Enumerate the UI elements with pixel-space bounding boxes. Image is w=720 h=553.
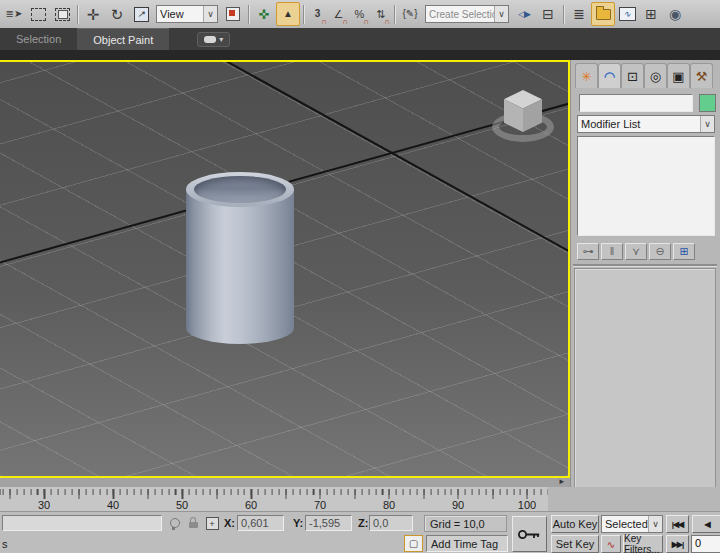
z-coordinate-label: Z: <box>358 517 368 529</box>
set-key-button[interactable]: Set Key <box>551 535 599 553</box>
motion-tab-icon[interactable]: ◎ <box>644 63 667 88</box>
maxscript-mini-listener[interactable] <box>2 515 162 531</box>
track-bar-ruler[interactable]: 30405060708090100 <box>0 487 548 511</box>
ribbon-tab-bar: Selection Object Paint ▾ <box>0 28 720 50</box>
status-bar: + X: 0,601 Y: -1,595 Z: 0,0 Grid = 10,0 … <box>0 511 720 553</box>
ribbon-tab-object-paint[interactable]: Object Paint <box>77 28 169 50</box>
3dsmax-window: ≣➤ ✛ ↻ ↗ View ∨ ✜ ▲ 3∩ ∠∩ %∩ ⇅∩ {✎} Crea… <box>0 0 720 553</box>
selection-set-dropdown[interactable]: Selected ∨ <box>601 515 663 533</box>
magnet-icon: ∩ <box>342 18 348 26</box>
scale-shape-icon: ↗ <box>134 7 149 22</box>
command-panel-tabs: ✳ ◠ ⊡ ◎ ▣ ⚒ <box>575 63 713 88</box>
modifier-list-dropdown[interactable]: Modifier List ∨ <box>577 115 715 133</box>
default-tangent-button[interactable]: ∿ <box>601 535 621 553</box>
prompt-line: s <box>2 538 8 550</box>
toolbar-separator <box>394 5 395 24</box>
select-and-manipulate-icon[interactable]: ✜ <box>252 2 276 26</box>
time-tag-icon-button[interactable]: ▢ <box>404 535 423 552</box>
select-by-name-icon[interactable]: ≣➤ <box>2 2 26 26</box>
previous-frame-button[interactable]: ◀ <box>692 515 720 533</box>
layer-manager-icon[interactable]: ≣ <box>567 2 591 26</box>
named-selection-sets-dropdown[interactable]: Create Selection Se ∨ <box>425 5 509 23</box>
ruler-frame-label: 90 <box>452 499 464 511</box>
marquee-cube-shape-icon <box>55 8 70 21</box>
ruler-right-filler <box>548 487 720 511</box>
spinner-snap-toggle-icon[interactable]: ⇅∩ <box>370 2 391 26</box>
perspective-viewport[interactable] <box>0 60 570 478</box>
y-coordinate-field[interactable]: -1,595 <box>305 515 352 531</box>
create-tab-icon[interactable]: ✳ <box>575 63 598 88</box>
snap-number: 3 <box>315 9 321 19</box>
show-end-result-button[interactable]: ‖ <box>601 243 623 260</box>
object-name-field[interactable] <box>579 94 693 112</box>
x-coordinate-label: X: <box>224 517 235 529</box>
percent-snap-toggle-icon[interactable]: %∩ <box>349 2 370 26</box>
ruler-frame-label: 40 <box>107 499 119 511</box>
select-and-move-icon[interactable]: ✛ <box>81 2 105 26</box>
modifier-stack[interactable] <box>577 136 715 236</box>
key-filters-button[interactable]: Key Filters... <box>623 535 663 553</box>
material-editor-icon[interactable]: ◉ <box>663 2 687 26</box>
display-tab-icon[interactable]: ▣ <box>667 63 690 88</box>
main-toolbar: ≣➤ ✛ ↻ ↗ View ∨ ✜ ▲ 3∩ ∠∩ %∩ ⇅∩ {✎} Crea… <box>0 0 720 28</box>
status-row-1: + X: 0,601 Y: -1,595 Z: 0,0 Grid = 10,0 … <box>0 514 720 534</box>
reference-coordinate-system-dropdown[interactable]: View ∨ <box>156 5 218 23</box>
panel-divider <box>573 264 717 266</box>
ribbon-collapsed-body <box>0 50 720 60</box>
schematic-view-icon[interactable]: ⊞ <box>639 2 663 26</box>
rollout-area <box>574 268 716 506</box>
named-selection-sets-placeholder: Create Selection Se <box>426 9 494 20</box>
ruler-frame-label: 50 <box>176 499 188 511</box>
mirror-icon[interactable]: ◁▶ <box>512 2 536 26</box>
current-frame-field[interactable]: 0 <box>691 535 720 553</box>
auto-key-button[interactable]: Auto Key <box>551 515 599 533</box>
grid-setting-readout: Grid = 10,0 <box>424 515 507 532</box>
absolute-offset-mode-icon[interactable]: + <box>205 516 219 531</box>
pin-stack-button[interactable]: ⊶ <box>577 243 599 260</box>
hierarchy-tab-icon[interactable]: ⊡ <box>621 63 644 88</box>
ruler-frame-label: 30 <box>38 499 50 511</box>
folder-icon <box>596 9 611 20</box>
tube-object[interactable] <box>186 172 294 344</box>
x-coordinate-field[interactable]: 0,601 <box>237 515 284 531</box>
key-mode-toggle-button[interactable]: ▶▶| <box>666 535 689 553</box>
reference-coordinate-system-value: View <box>157 8 203 20</box>
z-coordinate-field[interactable]: 0,0 <box>369 515 413 531</box>
magnet-icon: ∩ <box>384 18 390 26</box>
ribbon-minimize-button[interactable]: ▾ <box>197 32 230 47</box>
select-and-scale-icon[interactable]: ↗ <box>129 2 153 26</box>
make-unique-button[interactable]: ⋎ <box>625 243 647 260</box>
configure-modifier-sets-button[interactable]: ⊞ <box>673 243 695 260</box>
select-and-rotate-icon[interactable]: ↻ <box>105 2 129 26</box>
rectangular-selection-region-icon[interactable] <box>26 2 50 26</box>
ruler-frame-label: 80 <box>383 499 395 511</box>
use-pivot-point-center-icon[interactable] <box>221 2 245 26</box>
snaps-toggle-3d-icon[interactable]: 3∩ <box>307 2 328 26</box>
window-crossing-toggle-icon[interactable] <box>50 2 74 26</box>
edit-named-selection-sets-icon[interactable]: {✎} <box>398 2 422 26</box>
remove-modifier-button[interactable]: ⊖ <box>649 243 671 260</box>
curve-window-icon: ∿ <box>619 7 636 21</box>
graphite-ribbon-toggle-icon[interactable] <box>591 2 615 26</box>
ruler-frame-label: 60 <box>245 499 257 511</box>
viewcube[interactable] <box>504 90 542 132</box>
object-color-swatch[interactable] <box>699 94 716 112</box>
marquee-shape-icon <box>31 8 46 21</box>
modify-tab-icon[interactable]: ◠ <box>598 63 621 88</box>
ribbon-pill-icon <box>204 36 216 43</box>
add-time-tag-field[interactable]: Add Time Tag <box>426 535 508 552</box>
keyboard-shortcut-override-toggle-icon[interactable]: ▲ <box>276 2 300 26</box>
selection-lock-toggle-icon[interactable] <box>186 514 200 529</box>
isolate-selection-icon[interactable] <box>168 515 182 530</box>
align-icon[interactable]: ⊟ <box>536 2 560 26</box>
ribbon-tab-selection[interactable]: Selection <box>0 28 77 50</box>
time-slider-right-arrow-icon[interactable]: ▸ <box>559 476 564 486</box>
utilities-tab-icon[interactable]: ⚒ <box>690 63 713 88</box>
angle-snap-toggle-icon[interactable]: ∠∩ <box>328 2 349 26</box>
status-row-2: s ▢ Add Time Tag Set Key ∿ Key Filters..… <box>0 534 720 553</box>
curve-editor-icon[interactable]: ∿ <box>615 2 639 26</box>
toolbar-separator <box>77 5 78 24</box>
go-to-start-button[interactable]: |◀◀ <box>666 515 689 533</box>
magnet-icon: ∩ <box>321 18 327 26</box>
ruler-labels: 30405060708090100 <box>0 487 548 511</box>
